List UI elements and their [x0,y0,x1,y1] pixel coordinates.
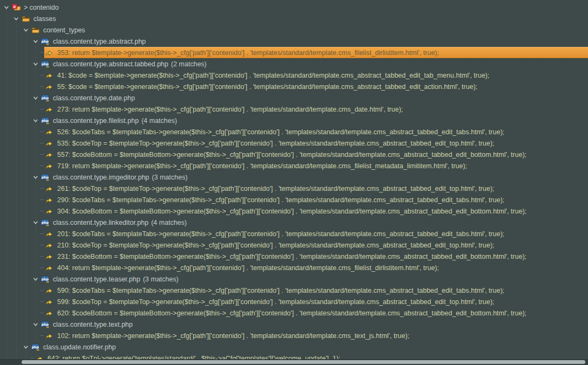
match-arrow-icon [45,72,54,79]
match-count-badge: (2 matches) [171,60,207,68]
match-arrow-icon [45,84,54,90]
search-result-row[interactable]: 201: $codeTabs = $templateTabs->generate… [0,228,588,239]
match-arrow-icon [45,299,54,305]
match-line-text: 55: $code = $template->generate($this->_… [57,83,477,91]
search-result-row[interactable]: 353: return $template->generate($this->_… [0,47,588,58]
search-result-row[interactable]: 290: $codeTabs = $templateTabs->generate… [0,194,588,205]
tree-node-file[interactable]: phpclass.update.notifier.php [0,341,588,353]
php-file-icon: php [41,219,50,226]
horizontal-scrollbar[interactable] [0,359,588,365]
search-result-row[interactable]: 404: return $template->generate($this->_… [0,262,588,273]
row-content: classes [20,13,588,24]
row-content: 719: return $template->generate($this->_… [44,160,588,171]
row-content: phpclass.content.type.imgeditor.php(3 ma… [40,171,588,183]
tree-node-folder[interactable]: classes [0,13,588,24]
match-count-badge: (4 matches) [141,117,177,125]
indent-spacer [0,239,40,251]
php-file-icon: php [41,117,50,125]
indent-spacer [0,262,40,273]
tree-branch-line [40,154,44,155]
row-content: phpclass.content.type.teaser.php(3 match… [40,273,588,285]
tree-node-root[interactable]: x> contenido [0,2,588,13]
chevron-down-icon[interactable] [12,16,20,22]
chevron-down-icon[interactable] [31,95,40,101]
match-line-text: 535: $codeTop = $templateTop->generate($… [57,140,494,147]
match-arrow-icon [45,185,54,192]
tree-node-file[interactable]: phpclass.content.type.abstract.php [0,36,588,47]
row-content: phpclass.content.type.linkeditor.php(4 m… [40,217,588,228]
chevron-down-icon[interactable] [2,5,11,10]
search-result-row[interactable]: 102: return $template->generate($this->_… [0,330,588,341]
results-tree: x> contenidoclassescontent_typesphpclass… [0,2,588,364]
tree-node-file[interactable]: phpclass.content.type.abstract.tabbed.ph… [0,58,588,70]
tree-branch-line [40,199,44,200]
search-result-row[interactable]: 304: $codeBottom = $templateBottom->gene… [0,205,588,217]
svg-text:php: php [42,322,49,326]
search-result-row[interactable]: 535: $codeTop = $templateTop->generate($… [0,137,588,149]
indent-spacer [0,319,31,330]
row-content: 526: $codeTabs = $templateTabs->generate… [44,126,588,137]
match-count-badge: (3 matches) [143,276,179,283]
search-result-row[interactable]: 273: return $template->generate($this->_… [0,104,588,115]
chevron-down-icon[interactable] [31,118,40,123]
tree-branch-line [30,358,34,359]
chevron-down-icon[interactable] [22,345,30,350]
tree-node-folder[interactable]: content_types [0,24,588,36]
search-result-row[interactable]: 55: $code = $template->generate($this->_… [0,81,588,92]
node-label: class.content.type.date.php [53,94,135,102]
php-file-icon: php [41,94,50,102]
search-result-row[interactable]: 557: $codeBottom = $templateBottom->gene… [0,149,588,160]
row-content: 304: $codeBottom = $templateBottom->gene… [44,205,588,217]
search-result-row[interactable]: 526: $codeTabs = $templateTabs->generate… [0,126,588,137]
search-result-row[interactable]: 41: $code = $template->generate($this->_… [0,70,588,81]
match-count-badge: (4 matches) [151,219,187,226]
search-result-row[interactable]: 231: $codeBottom = $templateBottom->gene… [0,251,588,262]
match-line-text: 353: return $template->generate($this->_… [57,49,439,57]
horizontal-scrollbar-thumb[interactable] [22,360,585,364]
tree-node-file[interactable]: phpclass.content.type.text.php [0,319,588,330]
search-result-row[interactable]: 599: $codeTop = $templateTop->generate($… [0,296,588,307]
tree-node-file[interactable]: phpclass.content.type.teaser.php(3 match… [0,273,588,285]
chevron-down-icon[interactable] [31,322,40,327]
search-result-row[interactable]: 719: return $template->generate($this->_… [0,160,588,171]
chevron-down-icon[interactable] [31,277,40,282]
indent-spacer [0,273,31,285]
match-arrow-icon [45,253,54,260]
row-content: phpclass.content.type.text.php [40,319,588,330]
tree-node-file[interactable]: phpclass.content.type.filelist.php(4 mat… [0,115,588,126]
indent-spacer [0,149,40,160]
match-line-text: 404: return $template->generate($this->_… [57,264,439,272]
search-result-row[interactable]: 620: $codeBottom = $templateBottom->gene… [0,307,588,319]
tree-node-file[interactable]: phpclass.content.type.linkeditor.php(4 m… [0,217,588,228]
row-content: 590: $codeTabs = $templateTabs->generate… [44,285,588,296]
chevron-down-icon[interactable] [31,61,40,67]
match-line-text: 620: $codeBottom = $templateBottom->gene… [57,309,527,317]
search-result-row[interactable]: 261: $codeTop = $templateTop->generate($… [0,183,588,194]
svg-text:php: php [42,61,49,66]
tree-branch-line [40,188,44,189]
indent-spacer [0,70,40,81]
match-line-text: 261: $codeTop = $templateTop->generate($… [57,185,494,192]
svg-text:php: php [42,39,49,43]
row-content: x> contenido [11,2,588,13]
indent-spacer [0,307,40,319]
chevron-down-icon[interactable] [31,220,40,225]
node-label: class.update.notifier.php [43,343,116,351]
match-arrow-icon [45,242,54,249]
search-result-row[interactable]: 590: $codeTabs = $templateTabs->generate… [0,285,588,296]
match-arrow-icon [45,106,54,113]
chevron-down-icon[interactable] [31,175,40,180]
tree-branch-line [40,301,44,302]
row-content: 620: $codeBottom = $templateBottom->gene… [44,307,588,319]
match-line-text: 557: $codeBottom = $templateBottom->gene… [57,151,527,159]
chevron-down-icon[interactable] [31,39,40,44]
tree-node-file[interactable]: phpclass.content.type.imgeditor.php(3 ma… [0,171,588,183]
match-line-text: 719: return $template->generate($this->_… [57,162,467,170]
tree-node-file[interactable]: phpclass.content.type.date.php [0,92,588,104]
indent-spacer [0,47,40,58]
search-result-row[interactable]: 210: $codeTop = $templateTop->generate($… [0,239,588,251]
match-line-text: 599: $codeTop = $templateTop->generate($… [57,298,494,306]
tree-branch-line [40,143,44,143]
chevron-down-icon[interactable] [22,27,30,33]
php-file-icon: php [41,174,50,181]
